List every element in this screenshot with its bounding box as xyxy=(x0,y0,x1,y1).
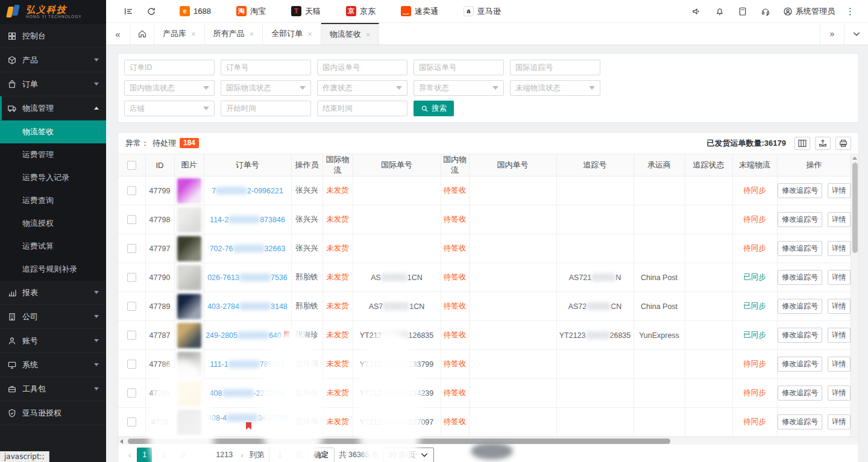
row-checkbox[interactable] xyxy=(127,417,136,426)
sidebar-subitem-4[interactable]: 物流签收 xyxy=(0,120,106,143)
order-number-link[interactable]: 249-2805640 xyxy=(206,331,281,340)
detail-button[interactable]: 详情 xyxy=(828,270,851,285)
tabs-dropdown-icon[interactable] xyxy=(844,23,868,45)
marketplace-4[interactable]: ‿ 速卖通 xyxy=(392,0,447,23)
modify-tracking-button[interactable]: 修改追踪号 xyxy=(778,212,822,227)
tabs-scroll-right-icon[interactable]: » xyxy=(820,23,844,45)
modify-tracking-button[interactable]: 修改追踪号 xyxy=(778,183,822,198)
page-size-select[interactable]: 30 条/页 xyxy=(383,448,434,462)
collapse-menu-icon[interactable] xyxy=(117,0,140,23)
horizontal-scroll-thumb[interactable] xyxy=(128,439,670,444)
sidebar-item-15[interactable]: 工具包 xyxy=(0,377,106,401)
modify-tracking-button[interactable]: 修改追踪号 xyxy=(778,241,822,256)
product-image[interactable] xyxy=(177,381,201,406)
marketplace-1[interactable]: 淘 淘宝 xyxy=(228,0,274,23)
modify-tracking-button[interactable]: 修改追踪号 xyxy=(778,270,822,285)
tab-1[interactable]: 所有产品 × xyxy=(205,23,263,45)
sidebar-item-13[interactable]: 账号 xyxy=(0,329,106,353)
filter-input-0[interactable] xyxy=(124,60,215,75)
product-image[interactable] xyxy=(177,410,201,435)
product-image[interactable] xyxy=(177,294,201,319)
sidebar-item-2[interactable]: 订单 xyxy=(0,72,106,96)
order-number-link[interactable]: 403-27843148 xyxy=(207,302,288,311)
table-horizontal-scrollbar[interactable] xyxy=(118,437,858,445)
tab-0[interactable]: 产品库 × xyxy=(154,23,205,45)
sidebar-item-12[interactable]: 公司 xyxy=(0,305,106,329)
row-checkbox[interactable] xyxy=(127,273,136,282)
confirm-page-button[interactable]: 确定 xyxy=(307,448,335,462)
order-number-link[interactable]: 702-7632663 xyxy=(210,245,286,253)
modify-tracking-button[interactable]: 修改追踪号 xyxy=(778,328,822,343)
modify-tracking-button[interactable]: 修改追踪号 xyxy=(778,357,822,372)
table-vertical-scrollbar[interactable] xyxy=(851,154,858,437)
filter-select-0[interactable]: 国内物流状态 xyxy=(124,80,215,96)
filter-select-2[interactable]: 作废状态 xyxy=(317,80,407,96)
more-options-icon[interactable]: ⋮ xyxy=(841,6,860,17)
sidebar-item-14[interactable]: 系统 xyxy=(0,353,106,377)
tab-close-icon[interactable]: × xyxy=(307,30,312,39)
tab-close-icon[interactable]: × xyxy=(366,30,371,39)
vertical-scroll-thumb[interactable] xyxy=(852,163,858,253)
print-button[interactable] xyxy=(835,137,851,150)
detail-button[interactable]: 详情 xyxy=(828,414,851,429)
marketplace-2[interactable]: T 天猫 xyxy=(283,0,329,23)
row-checkbox[interactable] xyxy=(127,389,136,398)
product-image[interactable] xyxy=(177,178,201,204)
marketplace-0[interactable]: e 1688 xyxy=(171,0,219,23)
order-number-link[interactable]: 408-2220355 xyxy=(210,389,286,398)
row-checkbox[interactable] xyxy=(127,331,136,340)
prev-page-icon[interactable]: ‹ xyxy=(127,451,133,460)
scroll-up-arrow-icon[interactable] xyxy=(851,154,858,161)
filter-select-1[interactable]: 国际物流状态 xyxy=(221,80,311,96)
tab-3[interactable]: 物流签收 × xyxy=(321,23,380,45)
detail-button[interactable]: 详情 xyxy=(828,328,851,343)
filter-input-1[interactable] xyxy=(221,60,311,75)
sidebar-subitem-8[interactable]: 物流授权 xyxy=(0,212,106,235)
row-checkbox[interactable] xyxy=(127,244,136,253)
goto-page-input[interactable] xyxy=(269,448,292,462)
search-button[interactable]: 搜索 xyxy=(414,101,454,116)
order-number-link[interactable]: 026-76137536 xyxy=(207,273,288,282)
announcement-icon[interactable] xyxy=(685,0,708,23)
tab-close-icon[interactable]: × xyxy=(250,30,254,39)
order-number-link[interactable]: 114-2873846 xyxy=(210,216,285,224)
column-settings-button[interactable] xyxy=(794,137,810,150)
filter-select-3[interactable]: 异常状态 xyxy=(414,80,504,96)
page-button-1213[interactable]: 1213 xyxy=(214,448,234,462)
page-button-1[interactable]: 1 xyxy=(137,448,152,462)
marketplace-5[interactable]: a 亚马逊 xyxy=(455,0,509,23)
shop-select[interactable]: 店铺 xyxy=(124,101,215,116)
date-input-0[interactable] xyxy=(221,101,311,116)
modify-tracking-button[interactable]: 修改追踪号 xyxy=(778,299,822,314)
row-checkbox[interactable] xyxy=(127,302,136,311)
page-button-2[interactable]: 2 xyxy=(156,448,171,462)
user-menu[interactable]: 系统管理员 xyxy=(777,6,841,17)
detail-button[interactable]: 详情 xyxy=(828,212,851,227)
detail-button[interactable]: 详情 xyxy=(828,299,851,314)
support-icon[interactable] xyxy=(754,0,777,23)
sidebar-subitem-6[interactable]: 运费导入记录 xyxy=(0,166,106,189)
date-input-1[interactable] xyxy=(317,101,407,116)
calculator-icon[interactable] xyxy=(731,0,754,23)
row-checkbox[interactable] xyxy=(127,186,136,195)
order-number-link[interactable]: 111-1785051 xyxy=(210,360,285,369)
sidebar-item-3[interactable]: 物流管理 xyxy=(0,96,106,120)
order-number-link[interactable]: 72-0996221 xyxy=(212,187,283,195)
sidebar-item-11[interactable]: 报表 xyxy=(0,281,106,305)
sidebar-subitem-9[interactable]: 运费试算 xyxy=(0,235,106,258)
filter-select-4[interactable]: 末端物流状态 xyxy=(510,80,600,96)
sidebar-item-16[interactable]: 亚马逊授权 xyxy=(0,401,106,425)
row-checkbox[interactable] xyxy=(127,360,136,369)
product-image[interactable] xyxy=(177,265,201,290)
tab-2[interactable]: 全部订单 × xyxy=(263,23,321,45)
modify-tracking-button[interactable]: 修改追踪号 xyxy=(778,414,822,429)
detail-button[interactable]: 详情 xyxy=(828,241,851,256)
sidebar-subitem-7[interactable]: 运费查询 xyxy=(0,189,106,212)
tabs-scroll-left-icon[interactable]: « xyxy=(106,23,130,45)
next-page-icon[interactable]: › xyxy=(239,451,245,460)
export-button[interactable] xyxy=(815,137,831,150)
select-all-checkbox[interactable] xyxy=(127,161,136,170)
pending-count-badge[interactable]: 184 xyxy=(180,138,199,148)
pending-label[interactable]: 待处理 xyxy=(153,138,176,149)
filter-input-4[interactable] xyxy=(510,60,600,75)
